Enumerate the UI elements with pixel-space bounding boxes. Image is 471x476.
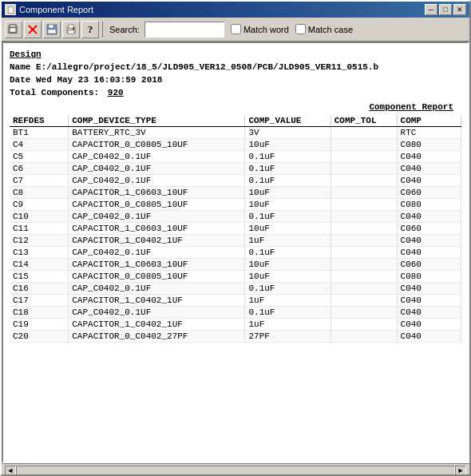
table-cell: 10uF <box>245 223 330 235</box>
table-cell: CAPACITOR_1_C0402_1UF <box>69 235 245 247</box>
table-cell: C9 <box>10 199 69 211</box>
table-cell: C6 <box>10 163 69 175</box>
minimize-button[interactable]: ─ <box>425 4 437 15</box>
table-cell: C040 <box>397 331 461 343</box>
table-cell: C060 <box>397 223 461 235</box>
close-button[interactable]: ✕ <box>453 4 466 15</box>
save-button[interactable] <box>43 21 61 38</box>
table-row: C20CAPACITOR_0_C0402_27PF27PFC040 <box>10 331 461 343</box>
col-comp: COMP <box>397 115 461 127</box>
table-cell: 1uF <box>245 295 330 307</box>
table-cell: C10 <box>10 211 69 223</box>
table-cell: 0.1uF <box>245 283 330 295</box>
table-cell: 10uF <box>245 139 330 151</box>
table-row: C4CAPACITOR_0_C0805_10UF10uFC080 <box>10 139 461 151</box>
total-line: Total Components: 920 <box>10 86 461 99</box>
table-cell: C040 <box>397 283 461 295</box>
table-cell: C080 <box>397 271 461 283</box>
total-label: Total Components: <box>10 88 99 97</box>
table-cell: CAPACITOR_0_C0805_10UF <box>69 199 245 211</box>
table-cell: CAPACITOR_0_C0402_27PF <box>69 331 245 343</box>
table-cell: RTC <box>397 127 461 139</box>
table-cell <box>330 235 397 247</box>
match-word-checkbox[interactable] <box>231 24 241 34</box>
table-cell: 27PF <box>245 331 330 343</box>
table-cell: C11 <box>10 223 69 235</box>
window: 📋 Component Report ─ □ ✕ <box>0 0 471 476</box>
table-cell: CAP_C0402_0.1UF <box>69 175 245 187</box>
table-cell: CAPACITOR_1_C0603_10UF <box>69 223 245 235</box>
table-cell <box>330 151 397 163</box>
title-bar-buttons: ─ □ ✕ <box>425 4 466 15</box>
table-row: BT1BATTERY_RTC_3V3VRTC <box>10 127 461 139</box>
print-preview-button[interactable] <box>5 21 22 38</box>
table-row: C5CAP_C0402_0.1UF0.1uFC040 <box>10 151 461 163</box>
table-row: C10CAP_C0402_0.1UF0.1uFC040 <box>10 211 461 223</box>
title-bar-text: Component Report <box>19 5 425 14</box>
svg-rect-7 <box>48 30 56 34</box>
scroll-left-button[interactable]: ◄ <box>5 466 16 477</box>
report-title: Component Report <box>10 102 461 112</box>
table-row: C17CAPACITOR_1_C0402_1UF1uFC040 <box>10 295 461 307</box>
table-cell: CAPACITOR_0_C0805_10UF <box>69 271 245 283</box>
table-row: C11CAPACITOR_1_C0603_10UF10uFC060 <box>10 223 461 235</box>
table-cell: CAPACITOR_1_C0402_1UF <box>69 319 245 331</box>
table-cell <box>330 199 397 211</box>
table-cell: C19 <box>10 319 69 331</box>
table-cell <box>330 331 397 343</box>
table-cell: C5 <box>10 151 69 163</box>
table-cell <box>330 283 397 295</box>
table-cell: CAPACITOR_1_C0402_1UF <box>69 295 245 307</box>
scroll-right-button[interactable]: ► <box>455 466 466 477</box>
search-label: Search: <box>109 25 140 34</box>
toolbar-separator <box>102 22 103 38</box>
table-cell: C040 <box>397 151 461 163</box>
table-cell: 0.1uF <box>245 175 330 187</box>
total-value: 920 <box>108 88 124 97</box>
table-row: C6CAP_C0402_0.1UF0.1uFC040 <box>10 163 461 175</box>
horizontal-scrollbar[interactable] <box>16 466 455 477</box>
table-cell: CAP_C0402_0.1UF <box>69 307 245 319</box>
table-cell: C040 <box>397 319 461 331</box>
table-row: C12CAPACITOR_1_C0402_1UF1uFC040 <box>10 235 461 247</box>
table-cell: C18 <box>10 307 69 319</box>
match-word-label: Match word <box>243 25 289 34</box>
table-cell <box>330 211 397 223</box>
name-line: Name E:/allegro/project/18_5/JLD905_VER1… <box>10 61 461 73</box>
table-cell: CAP_C0402_0.1UF <box>69 163 245 175</box>
table-cell: 10uF <box>245 199 330 211</box>
svg-rect-11 <box>73 28 74 30</box>
table-cell: 0.1uF <box>245 247 330 259</box>
col-device: COMP_DEVICE_TYPE <box>69 115 245 127</box>
match-word-group: Match word <box>231 24 289 34</box>
delete-button[interactable] <box>24 21 42 38</box>
table-cell <box>330 175 397 187</box>
table-cell: CAP_C0402_0.1UF <box>69 283 245 295</box>
table-cell: CAP_C0402_0.1UF <box>69 211 245 223</box>
table-cell: 0.1uF <box>245 163 330 175</box>
table-cell: 3V <box>245 127 330 139</box>
table-cell <box>330 259 397 271</box>
table-row: C7CAP_C0402_0.1UF0.1uFC040 <box>10 175 461 187</box>
print-button[interactable] <box>62 21 80 38</box>
table-cell: C16 <box>10 283 69 295</box>
match-case-checkbox[interactable] <box>295 24 306 34</box>
maximize-button[interactable]: □ <box>439 4 452 15</box>
table-cell: C12 <box>10 235 69 247</box>
main-content[interactable]: Design Name E:/allegro/project/18_5/JLD9… <box>2 42 469 463</box>
table-cell <box>330 187 397 199</box>
title-bar: 📋 Component Report ─ □ ✕ <box>2 2 469 18</box>
help-button[interactable]: ? <box>81 21 99 38</box>
table-cell: C060 <box>397 259 461 271</box>
svg-rect-9 <box>69 25 73 28</box>
table-cell: C040 <box>397 211 461 223</box>
table-cell <box>330 319 397 331</box>
svg-rect-10 <box>68 30 74 34</box>
table-cell: C13 <box>10 247 69 259</box>
table-cell: 0.1uF <box>245 151 330 163</box>
search-input[interactable] <box>144 22 224 38</box>
table-cell: 0.1uF <box>245 211 330 223</box>
toolbar: ? Search: Match word Match case <box>2 18 469 42</box>
table-cell: C040 <box>397 307 461 319</box>
table-cell: CAPACITOR_1_C0603_10UF <box>69 187 245 199</box>
